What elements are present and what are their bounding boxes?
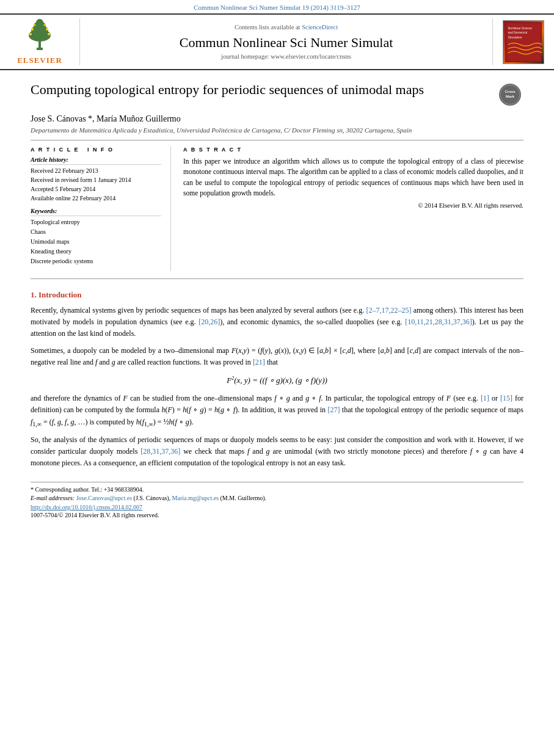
journal-header-center: Contents lists available at ScienceDirec… bbox=[79, 18, 493, 65]
ref-link-8[interactable]: [28,31,37,36] bbox=[140, 447, 180, 456]
intro-paragraph-1: Recently, dynamical systems given by per… bbox=[31, 305, 523, 340]
keywords-title: Keywords: bbox=[31, 208, 161, 216]
crossmark-area: Cross Mark bbox=[499, 84, 523, 108]
email-link-2[interactable]: Maria.mg@upct.es bbox=[172, 495, 219, 501]
journal-title-header: Commun Nonlinear Sci Numer Simulat bbox=[180, 35, 393, 51]
svg-point-11 bbox=[44, 24, 46, 26]
crossmark-svg: Cross Mark bbox=[500, 84, 520, 105]
svg-point-6 bbox=[29, 33, 32, 35]
article-history-title: Article history: bbox=[31, 156, 161, 165]
keyword-1: Topological entropy bbox=[31, 217, 161, 227]
crossmark-icon: Cross Mark bbox=[499, 84, 521, 106]
svg-point-9 bbox=[46, 28, 48, 31]
introduction-heading: 1. Introduction bbox=[31, 290, 523, 300]
issn-text: 1007-5704/© 2014 Elsevier B.V. All right… bbox=[31, 512, 523, 518]
article-info-label: A R T I C L E I N F O bbox=[31, 147, 161, 153]
keyword-4: Kneading theory bbox=[31, 247, 161, 256]
ref-link-1[interactable]: [2–7,17,22–25] bbox=[366, 306, 411, 314]
abstract-column: A B S T R A C T In this paper we introdu… bbox=[183, 147, 523, 271]
elsevier-logo: ELSEVIER bbox=[15, 18, 64, 65]
svg-text:and Numerical: and Numerical bbox=[508, 31, 527, 34]
keyword-2: Chaos bbox=[31, 227, 161, 237]
journal-cover-area: Nonlinear Science and Numerical Simulati… bbox=[499, 18, 548, 65]
svg-rect-0 bbox=[37, 48, 43, 50]
formula-block: F2(x, y) = ((f ∘ g)(x), (g ∘ f)(y)) bbox=[31, 376, 523, 385]
svg-point-5 bbox=[36, 19, 43, 26]
corresponding-author-note: * Corresponding author. Tel.: +34 968338… bbox=[31, 486, 523, 493]
formula-text: F2(x, y) = ((f ∘ g)(x), (g ∘ f)(y)) bbox=[227, 376, 327, 385]
contents-line: Contents lists available at ScienceDirec… bbox=[235, 24, 338, 31]
article-info-abstract-section: A R T I C L E I N F O Article history: R… bbox=[31, 147, 523, 271]
intro-paragraph-4: So, the analysis of the dynamics of peri… bbox=[31, 434, 523, 470]
elsevier-label: ELSEVIER bbox=[15, 56, 64, 65]
revised-date: Received in revised form 1 January 2014 bbox=[31, 175, 161, 184]
svg-text:Mark: Mark bbox=[506, 95, 515, 98]
article-info-column: A R T I C L E I N F O Article history: R… bbox=[31, 147, 171, 271]
affiliation: Departamento de Matemática Aplicada y Es… bbox=[31, 126, 523, 134]
authors: Jose S. Cánovas *, María Muñoz Guillermo bbox=[31, 114, 523, 124]
svg-text:Nonlinear Science: Nonlinear Science bbox=[508, 26, 532, 29]
svg-text:Cross: Cross bbox=[505, 90, 516, 93]
elsevier-tree-icon bbox=[15, 18, 64, 52]
footer-notes: * Corresponding author. Tel.: +34 968338… bbox=[31, 482, 523, 518]
email-link-1[interactable]: Jose.Canovas@upct.es bbox=[76, 495, 132, 501]
doi-link[interactable]: http://dx.doi.org/10.1016/j.cnsns.2014.0… bbox=[31, 504, 523, 511]
svg-point-7 bbox=[48, 33, 50, 35]
ref-link-3[interactable]: [10,11,21,28,31,37,36] bbox=[405, 318, 472, 326]
journal-homepage: journal homepage: www.elsevier.com/locat… bbox=[221, 53, 351, 60]
intro-paragraph-3: and therefore the dynamics of F can be s… bbox=[31, 393, 523, 429]
email-addresses: E-mail addresses: Jose.Canovas@upct.es (… bbox=[31, 495, 523, 501]
svg-point-10 bbox=[34, 24, 36, 26]
ref-link-2[interactable]: [20,26] bbox=[199, 318, 220, 326]
journal-reference-bar: Commun Nonlinear Sci Numer Simulat 19 (2… bbox=[0, 0, 554, 13]
journal-reference-text: Commun Nonlinear Sci Numer Simulat 19 (2… bbox=[194, 4, 360, 11]
divider-1 bbox=[31, 140, 523, 140]
article-title-section: Computing topological entropy for period… bbox=[31, 81, 523, 108]
article-title: Computing topological entropy for period… bbox=[31, 81, 493, 99]
keyword-5: Discrete periodic systems bbox=[31, 256, 161, 266]
abstract-label: A B S T R A C T bbox=[183, 147, 523, 153]
ref-link-7[interactable]: [27] bbox=[327, 405, 340, 414]
available-date: Available online 22 February 2014 bbox=[31, 194, 161, 203]
sciencedirect-link[interactable]: ScienceDirect bbox=[302, 24, 338, 31]
journal-header: ELSEVIER Contents lists available at Sci… bbox=[0, 13, 554, 70]
copyright-text: © 2014 Elsevier B.V. All rights reserved… bbox=[183, 202, 523, 209]
ref-link-4[interactable]: [21] bbox=[253, 358, 265, 366]
elsevier-logo-area: ELSEVIER bbox=[6, 18, 73, 65]
article-history: Article history: Received 22 February 20… bbox=[31, 156, 161, 203]
received-date: Received 22 February 2013 bbox=[31, 166, 161, 175]
keywords-section: Keywords: Topological entropy Chaos Unim… bbox=[31, 208, 161, 266]
journal-cover-image: Nonlinear Science and Numerical Simulati… bbox=[505, 21, 542, 63]
introduction-section: 1. Introduction Recently, dynamical syst… bbox=[31, 290, 523, 470]
journal-cover-thumbnail: Nonlinear Science and Numerical Simulati… bbox=[503, 20, 544, 64]
ref-link-6[interactable]: [15] bbox=[500, 394, 512, 402]
accepted-date: Accepted 5 February 2014 bbox=[31, 184, 161, 194]
svg-point-8 bbox=[31, 28, 34, 31]
keyword-3: Unimodal maps bbox=[31, 237, 161, 247]
ref-link-5[interactable]: [1] bbox=[481, 394, 489, 402]
divider-2 bbox=[31, 278, 523, 279]
svg-text:Simulation: Simulation bbox=[508, 36, 522, 39]
main-content: Computing topological entropy for period… bbox=[0, 70, 554, 531]
intro-paragraph-2: Sometimes, a duopoly can be modeled by a… bbox=[31, 345, 523, 368]
keywords-list: Topological entropy Chaos Unimodal maps … bbox=[31, 217, 161, 266]
abstract-text: In this paper we introduce an algorithm … bbox=[183, 156, 523, 198]
